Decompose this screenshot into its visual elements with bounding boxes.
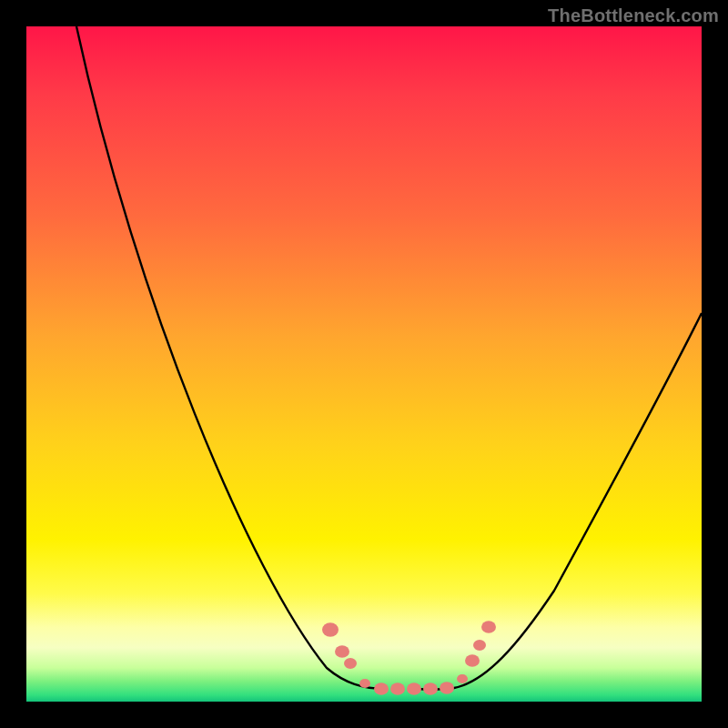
data-marker — [390, 682, 405, 695]
data-marker — [481, 621, 496, 633]
data-marker — [423, 682, 438, 695]
markers-group — [322, 621, 496, 695]
right-curve — [418, 313, 702, 690]
data-marker — [457, 674, 468, 683]
data-marker — [465, 654, 480, 667]
chart-plot-area — [26, 26, 702, 702]
data-marker — [322, 622, 339, 636]
data-marker — [473, 640, 486, 651]
data-marker — [359, 679, 370, 688]
watermark-text: TheBottleneck.com — [548, 5, 719, 26]
chart-svg — [26, 26, 702, 702]
data-marker — [374, 682, 389, 695]
left-curve — [76, 26, 386, 689]
data-marker — [335, 645, 349, 658]
data-marker — [407, 682, 421, 695]
data-marker — [440, 682, 454, 694]
data-marker — [344, 658, 357, 669]
